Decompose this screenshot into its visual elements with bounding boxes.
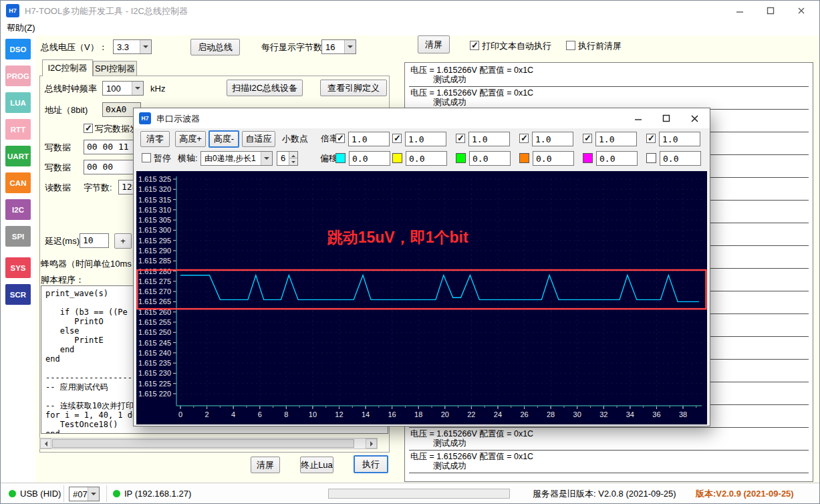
svg-text:1.615 280: 1.615 280 [138, 267, 171, 275]
spinner-down-icon[interactable] [289, 158, 297, 165]
sidebar: DSOPROGLUARTTUARTCANI2CSPISYSSCR [1, 35, 35, 483]
bus-voltage-select[interactable]: 3.3 [113, 39, 152, 54]
channel-6-offset-input[interactable] [660, 151, 701, 166]
svg-text:1.615 255: 1.615 255 [138, 318, 171, 326]
log-result-line: 测试成功 [410, 438, 807, 448]
scope-clear-button[interactable]: 清零 [140, 131, 170, 147]
svg-text:1.615 220: 1.615 220 [138, 390, 171, 398]
decimal-label: 小数点 [282, 134, 308, 144]
clock-freq-label: 总线时钟频率 [45, 84, 97, 94]
spinner-up-icon[interactable] [289, 152, 297, 158]
stop-lua-button[interactable]: 终止Lua [300, 457, 333, 473]
scroll-right-icon[interactable] [366, 438, 377, 449]
channel-3-color-swatch [456, 153, 466, 163]
titlebar[interactable]: H7 H7-TOOL多功能开发工具 - I2C总线控制器 [1, 1, 819, 21]
menu-help[interactable]: 帮助(Z) [7, 23, 35, 33]
channel-2-enable-checkbox[interactable] [392, 134, 402, 143]
scan-i2c-button[interactable]: 扫描I2C总线设备 [227, 80, 303, 96]
channel-1-offset-input[interactable] [349, 151, 390, 166]
channel-3-scale-input[interactable] [468, 132, 510, 146]
log-entry: 电压 = 1.615266V 配置值 = 0x1C测试成功 [409, 87, 809, 110]
device-value: #07 [73, 489, 88, 499]
minimize-button[interactable] [724, 1, 755, 21]
svg-text:1.615 270: 1.615 270 [138, 287, 171, 295]
clock-freq-select[interactable]: 100 [102, 81, 144, 96]
run-button[interactable]: 执行 [354, 455, 388, 473]
close-button[interactable] [786, 1, 816, 21]
channel-6-scale-input[interactable] [659, 132, 700, 146]
scope-autofit-button[interactable]: 自适应 [242, 131, 275, 147]
channel-5-scale-input[interactable] [595, 132, 637, 146]
scope-titlebar[interactable]: H7 串口示波器 [134, 108, 710, 128]
sidebar-item-dso[interactable]: DSO [5, 39, 31, 59]
svg-text:1.615 300: 1.615 300 [138, 226, 171, 234]
tab-i2c-controller[interactable]: I2C控制器 [42, 59, 93, 76]
delay-plus-button[interactable]: + [114, 233, 132, 249]
sidebar-item-spi[interactable]: SPI [5, 226, 31, 247]
clear-before-checkbox[interactable] [566, 41, 575, 50]
channel-2-scale-input[interactable] [405, 132, 446, 146]
app-window: H7 H7-TOOL多功能开发工具 - I2C总线控制器 帮助(Z) DSOPR… [0, 0, 820, 504]
channel-4-offset-input[interactable] [533, 151, 574, 166]
sidebar-item-can[interactable]: CAN [5, 172, 31, 193]
scope-dialog: H7 串口示波器 清零 高度+ 高度- 自适应 小数点 倍率 暂停 横轴: 由0… [133, 108, 710, 426]
svg-text:22: 22 [467, 410, 475, 418]
svg-text:4: 4 [231, 410, 235, 418]
auto-exec-checkbox[interactable] [470, 41, 479, 50]
channel-3-offset-input[interactable] [469, 151, 511, 166]
svg-text:1.615 320: 1.615 320 [138, 185, 171, 193]
scope-height-plus-button[interactable]: 高度+ [175, 131, 206, 147]
channel-4-enable-checkbox[interactable] [519, 134, 529, 143]
sidebar-item-i2c[interactable]: I2C [5, 199, 31, 220]
bytes-per-line-select[interactable]: 16 [321, 39, 356, 54]
svg-text:10: 10 [309, 410, 317, 418]
device-select[interactable]: #07 [69, 487, 100, 501]
pause-checkbox[interactable] [142, 153, 151, 162]
svg-text:26: 26 [520, 410, 528, 418]
maximize-button[interactable] [755, 1, 785, 21]
channel-1-scale-input[interactable] [348, 132, 390, 146]
scope-logo-icon: H7 [139, 112, 151, 124]
sidebar-item-scr[interactable]: SCR [5, 284, 31, 305]
usb-status-icon [9, 490, 16, 497]
script-hscrollbar[interactable] [39, 438, 378, 449]
scroll-left-icon[interactable] [40, 438, 51, 449]
channel-4-scale-input[interactable] [532, 132, 573, 146]
view-pins-button[interactable]: 查看引脚定义 [320, 80, 387, 96]
log-clear-button[interactable]: 清屏 [418, 35, 450, 53]
channel-5-offset-input[interactable] [596, 151, 638, 166]
channel-3-enable-checkbox[interactable] [456, 134, 465, 143]
log-entry: 电压 = 1.615266V 配置值 = 0x1C测试成功 [409, 451, 809, 473]
scroll-thumb[interactable] [52, 439, 354, 448]
tab-spi-controller[interactable]: SPI控制器 [93, 61, 137, 76]
write-data1-label: 写数据 [45, 142, 71, 153]
pause-label: 暂停 [154, 153, 171, 164]
sidebar-item-uart[interactable]: UART [5, 146, 31, 166]
sidebar-item-prog[interactable]: PROG [5, 66, 31, 86]
scope-minimize-button[interactable] [625, 108, 652, 128]
script-clear-button[interactable]: 清屏 [251, 457, 280, 473]
decimal-spinner[interactable]: 6 [277, 151, 298, 166]
xaxis-mode-select[interactable]: 由0递增,步长1 [200, 151, 273, 166]
scope-close-button[interactable] [681, 108, 708, 128]
write-done-checkbox[interactable] [84, 124, 93, 133]
sidebar-item-lua[interactable]: LUA [5, 92, 31, 113]
channel-6-color-swatch [646, 153, 656, 163]
svg-text:30: 30 [573, 410, 581, 418]
delay-input[interactable]: 10 [80, 233, 109, 248]
start-bus-button[interactable]: 启动总线 [190, 39, 240, 55]
scope-title: 串口示波器 [156, 113, 200, 125]
ip-status-icon [113, 490, 120, 497]
svg-text:36: 36 [652, 410, 660, 418]
channel-2-offset-input[interactable] [406, 151, 447, 166]
scope-maximize-button[interactable] [653, 108, 680, 128]
sidebar-item-sys[interactable]: SYS [5, 257, 31, 278]
channel-5-enable-checkbox[interactable] [583, 134, 592, 143]
channel-1-enable-checkbox[interactable] [335, 134, 345, 143]
sidebar-item-rtt[interactable]: RTT [5, 119, 31, 140]
channel-6-enable-checkbox[interactable] [646, 134, 656, 143]
scope-height-minus-button[interactable]: 高度- [209, 130, 239, 148]
svg-text:20: 20 [441, 410, 449, 418]
log-voltage-line: 电压 = 1.615266V 配置值 = 0x1C [410, 88, 807, 98]
clock-freq-value: 100 [106, 84, 121, 94]
